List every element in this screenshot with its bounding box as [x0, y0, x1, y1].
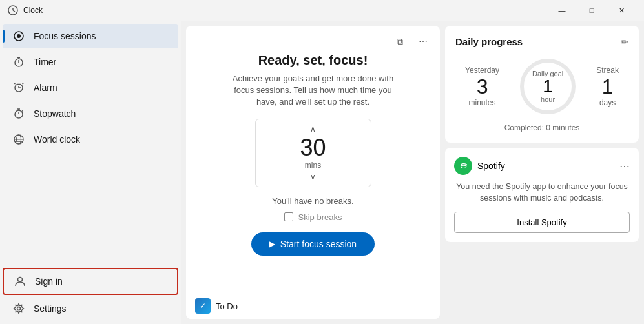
timer-icon — [13, 56, 25, 68]
yesterday-label: Yesterday — [465, 66, 499, 75]
svg-point-23 — [18, 278, 23, 282]
yesterday-unit: minutes — [469, 98, 496, 107]
time-unit: mins — [305, 161, 321, 170]
start-focus-button[interactable]: ▶ Start focus session — [251, 232, 375, 256]
content-area: ⧉ ⋯ Ready, set, focus! Achieve your goal… — [181, 21, 644, 324]
spotify-more-button[interactable]: ⋯ — [619, 160, 630, 172]
play-icon: ▶ — [269, 239, 275, 248]
time-decrease-button[interactable]: ∨ — [256, 170, 371, 184]
sidebar-label-timer: Timer — [34, 57, 56, 67]
streak-label: Streak — [596, 66, 619, 75]
spotify-description: You need the Spotify app to enhance your… — [454, 181, 630, 204]
install-spotify-button[interactable]: Install Spotify — [454, 212, 630, 233]
sidebar-label-settings: Settings — [34, 303, 67, 314]
sign-in-icon — [14, 276, 26, 287]
alarm-icon — [13, 82, 25, 94]
sidebar-item-timer[interactable]: Timer — [3, 50, 178, 74]
todo-partial: ✓ To Do — [186, 290, 440, 319]
sidebar-spacer — [0, 152, 181, 267]
chevron-up-icon: ∧ — [310, 125, 316, 134]
chevron-down-icon: ∨ — [310, 172, 316, 181]
sidebar-item-settings[interactable]: Settings — [3, 296, 178, 321]
sidebar-item-focus-sessions[interactable]: Focus sessions — [3, 24, 178, 48]
focus-sessions-icon — [13, 30, 25, 42]
app-title: Clock — [23, 6, 547, 15]
focus-panel: ⧉ ⋯ Ready, set, focus! Achieve your goal… — [186, 26, 440, 319]
sidebar-label-sign-in: Sign in — [35, 276, 63, 287]
sidebar-label-stopwatch: Stopwatch — [34, 108, 76, 119]
maximize-button[interactable]: □ — [577, 0, 607, 21]
spotify-header: Spotify ⋯ — [454, 157, 630, 175]
minimize-button[interactable]: — — [547, 0, 577, 21]
sidebar-label-alarm: Alarm — [34, 83, 57, 93]
skip-breaks-container: Skip breaks — [284, 212, 342, 222]
start-focus-label: Start focus session — [280, 239, 357, 249]
completed-text: Completed: 0 minutes — [455, 123, 628, 132]
stopwatch-icon — [13, 108, 25, 119]
svg-line-12 — [23, 83, 24, 85]
multiwindow-icon: ⧉ — [397, 36, 403, 47]
yesterday-stat: Yesterday 3 minutes — [465, 66, 499, 107]
svg-line-17 — [22, 110, 23, 112]
daily-progress-card: Daily progress ✏ Yesterday 3 minutes — [445, 26, 639, 143]
sidebar-item-world-clock[interactable]: World clock — [3, 127, 178, 152]
progress-panel: Daily progress ✏ Yesterday 3 minutes — [445, 26, 639, 319]
spotify-logo — [454, 157, 472, 175]
time-picker[interactable]: ∧ 30 mins ∨ — [255, 119, 371, 187]
daily-goal-circle: Daily goal 1 hour — [519, 57, 577, 116]
spotify-card: Spotify ⋯ You need the Spotify app to en… — [445, 148, 639, 242]
focus-more-icon: ⋯ — [419, 36, 428, 46]
world-clock-icon — [13, 134, 25, 145]
sidebar-label-world-clock: World clock — [34, 134, 80, 145]
daily-progress-title: Daily progress — [455, 36, 523, 47]
time-value: 30 — [300, 136, 326, 159]
focus-description: Achieve your goals and get more done wit… — [229, 73, 397, 108]
sidebar-label-focus-sessions: Focus sessions — [34, 31, 96, 41]
daily-goal-unit: hour — [541, 96, 555, 103]
focus-more-button[interactable]: ⋯ — [414, 32, 432, 50]
spotify-name: Spotify — [477, 161, 505, 171]
focus-panel-header: ⧉ ⋯ — [186, 26, 440, 53]
sidebar-item-stopwatch[interactable]: Stopwatch — [3, 101, 178, 126]
settings-icon — [13, 303, 25, 314]
multiwindow-button[interactable]: ⧉ — [391, 32, 409, 50]
streak-value: 1 — [602, 76, 614, 97]
app-icon — [8, 5, 18, 15]
svg-point-24 — [17, 307, 21, 310]
svg-point-4 — [17, 34, 21, 38]
daily-progress-header: Daily progress ✏ — [455, 36, 628, 47]
skip-breaks-label: Skip breaks — [298, 212, 342, 222]
skip-breaks-checkbox[interactable] — [284, 212, 293, 221]
todo-label: To Do — [216, 301, 238, 311]
daily-goal-value: 1 — [543, 77, 553, 96]
focus-content: Ready, set, focus! Achieve your goals an… — [186, 53, 440, 290]
stats-row: Yesterday 3 minutes Daily goal 1 hour — [455, 57, 628, 116]
streak-unit: days — [599, 98, 616, 107]
sidebar: Focus sessions Timer — [0, 21, 181, 324]
break-info: You'll have no breaks. — [272, 196, 353, 206]
edit-icon[interactable]: ✏ — [621, 37, 628, 47]
close-button[interactable]: ✕ — [607, 0, 636, 21]
todo-logo: ✓ — [195, 298, 211, 314]
streak-stat: Streak 1 days — [596, 66, 619, 107]
focus-title: Ready, set, focus! — [258, 53, 368, 68]
circle-inner: Daily goal 1 hour — [532, 70, 563, 103]
title-bar: Clock — □ ✕ — [0, 0, 644, 21]
window-controls: — □ ✕ — [547, 0, 636, 21]
svg-line-11 — [14, 83, 16, 85]
svg-line-2 — [13, 10, 15, 12]
sidebar-item-sign-in[interactable]: Sign in — [3, 268, 178, 295]
sidebar-item-alarm[interactable]: Alarm — [3, 76, 178, 100]
spotify-brand: Spotify — [454, 157, 505, 175]
yesterday-value: 3 — [477, 76, 488, 97]
app-body: Focus sessions Timer — [0, 21, 644, 324]
